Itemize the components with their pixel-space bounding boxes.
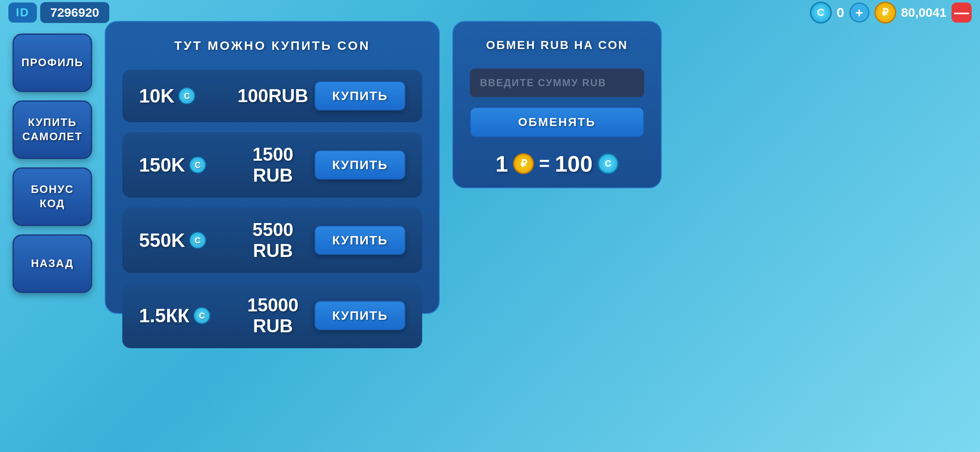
coin-icon-2: C bbox=[189, 157, 206, 173]
shop-item-2: 150K C 1500 RUB КУПИТЬ bbox=[122, 132, 422, 198]
item-amount-4: 1.5КК C bbox=[139, 304, 231, 327]
item-price-3: 5500 RUB bbox=[231, 219, 315, 261]
id-badge: ID 7296920 bbox=[8, 2, 109, 23]
item-amount-2: 150K C bbox=[139, 154, 231, 176]
sidebar-item-profile[interactable]: ПРОФИЛЬ bbox=[13, 33, 92, 92]
sidebar-item-bonus-code[interactable]: БОНУСКОД bbox=[13, 167, 92, 226]
coin-icon: C bbox=[810, 2, 832, 23]
buy-button-3[interactable]: КУПИТЬ bbox=[315, 226, 405, 255]
item-price-1: 100RUB bbox=[231, 85, 315, 106]
sidebar-item-buy-plane[interactable]: КУПИТЬСАМОЛЕТ bbox=[13, 100, 92, 159]
coin-icon-3: C bbox=[189, 232, 206, 249]
sidebar-label-back: НАЗАД bbox=[31, 257, 74, 271]
con-coin-icon: C bbox=[598, 153, 619, 174]
score-value: 0 bbox=[837, 5, 844, 21]
item-amount-1: 10K C bbox=[139, 85, 231, 107]
exchange-rate: 1 ₽ = 100 C bbox=[470, 151, 644, 177]
plus-button[interactable]: + bbox=[849, 3, 869, 23]
sidebar-label-profile: ПРОФИЛЬ bbox=[21, 56, 83, 70]
rub-icon: ₽ bbox=[874, 2, 896, 23]
shop-item-1: 10K C 100RUB КУПИТЬ bbox=[122, 69, 422, 122]
shop-item-4: 1.5КК C 15000 RUB КУПИТЬ bbox=[122, 283, 422, 348]
sidebar-label-buy-plane: КУПИТЬСАМОЛЕТ bbox=[22, 116, 83, 144]
exchange-title: ОБМЕН RUB НА CON bbox=[470, 39, 644, 52]
sidebar-label-bonus-code: БОНУСКОД bbox=[31, 182, 74, 211]
shop-title: ТУТ МОЖНО КУПИТЬ CON bbox=[122, 39, 422, 53]
item-amount-3: 550K C bbox=[139, 229, 231, 252]
coin-icon-4: C bbox=[193, 307, 210, 324]
rate-num: 1 bbox=[495, 151, 508, 177]
rub-value: 80,0041 bbox=[901, 5, 946, 20]
shop-panel: ТУТ МОЖНО КУПИТЬ CON 10K C 100RUB КУПИТЬ… bbox=[105, 21, 440, 314]
item-price-4: 15000 RUB bbox=[231, 295, 315, 336]
item-price-2: 1500 RUB bbox=[231, 144, 315, 186]
id-label: ID bbox=[8, 3, 37, 23]
buy-button-2[interactable]: КУПИТЬ bbox=[315, 150, 405, 180]
top-right: C 0 + ₽ 80,0041 — bbox=[810, 2, 972, 23]
shop-item-3: 550K C 5500 RUB КУПИТЬ bbox=[122, 208, 422, 273]
equals-sign: = bbox=[539, 153, 550, 174]
buy-button-4[interactable]: КУПИТЬ bbox=[315, 301, 405, 330]
exchange-button[interactable]: ОБМЕНЯТЬ bbox=[470, 107, 644, 137]
rub-coin-icon: ₽ bbox=[513, 153, 534, 174]
id-value: 7296920 bbox=[40, 2, 109, 23]
coin-icon-1: C bbox=[178, 87, 195, 104]
sidebar-item-back[interactable]: НАЗАД bbox=[13, 234, 92, 293]
buy-button-1[interactable]: КУПИТЬ bbox=[315, 81, 405, 110]
minus-button[interactable]: — bbox=[952, 3, 972, 23]
exchange-input[interactable] bbox=[470, 69, 644, 97]
sidebar: ПРОФИЛЬ КУПИТЬСАМОЛЕТ БОНУСКОД НАЗАД bbox=[13, 33, 92, 293]
exchange-panel: ОБМЕН RUB НА CON ОБМЕНЯТЬ 1 ₽ = 100 C bbox=[452, 21, 662, 188]
rate-result: 100 bbox=[555, 151, 593, 177]
